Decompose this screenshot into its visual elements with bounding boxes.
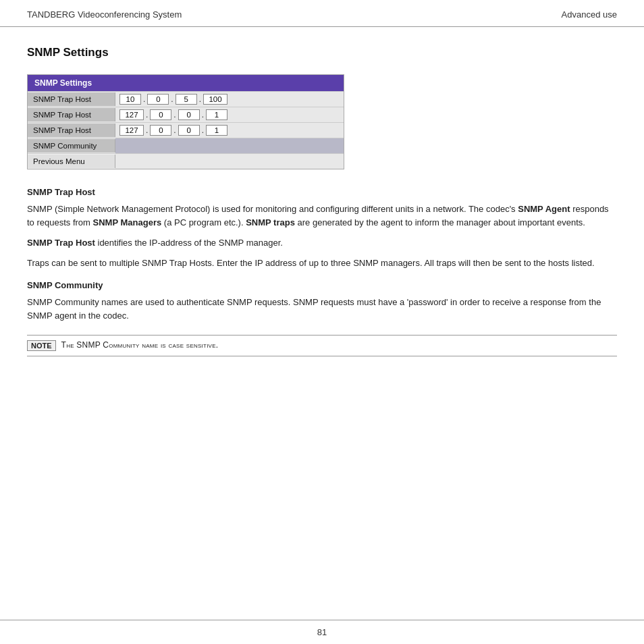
header-section: Advanced use (562, 9, 617, 20)
page-header: TANDBERG Videoconferencing System Advanc… (0, 0, 644, 27)
snmp-trap-host-para-1: SNMP (Simple Network Management Protocol… (27, 203, 617, 230)
snmp-trap-host-value-1: . . . (115, 92, 344, 107)
snmp-trap-host-row-1[interactable]: SNMP Trap Host . . . (28, 91, 344, 107)
ip-dot-2-3: . (201, 110, 205, 119)
ip-field-3-1[interactable] (119, 125, 144, 136)
snmp-trap-host-label-2: SNMP Trap Host (28, 108, 115, 122)
snmp-trap-host-value-3: . . . (115, 123, 344, 138)
page-heading: SNMP Settings (27, 46, 617, 59)
ip-dot-1-2: . (170, 95, 173, 104)
note-text: The SNMP Community name is case sensitiv… (61, 340, 219, 350)
ip-field-2-1[interactable] (119, 109, 144, 120)
bold-snmp-traps: SNMP traps (246, 217, 295, 227)
snmp-ui-header: SNMP Settings (28, 75, 344, 91)
snmp-settings-ui-box: SNMP Settings SNMP Trap Host . . . SNMP … (27, 74, 344, 169)
snmp-community-heading: SNMP Community (27, 280, 617, 290)
bold-snmp-managers: SNMP Managers (93, 217, 162, 227)
bold-snmp-trap-host: SNMP Trap Host (27, 238, 95, 248)
ip-field-1-2[interactable] (147, 94, 169, 105)
previous-menu-label[interactable]: Previous Menu (28, 155, 115, 168)
ip-field-3-4[interactable] (206, 125, 227, 136)
header-title: TANDBERG Videoconferencing System (27, 9, 182, 20)
snmp-trap-host-row-3[interactable]: SNMP Trap Host . . . (28, 122, 344, 138)
snmp-community-value (115, 138, 344, 153)
ip-field-2-2[interactable] (150, 109, 171, 120)
snmp-trap-host-para-2: SNMP Trap Host identifies the IP-address… (27, 236, 617, 250)
page-footer: 81 (0, 620, 644, 644)
ip-dot-1-3: . (198, 95, 202, 104)
snmp-trap-host-para-3: Traps can be sent to multiple SNMP Trap … (27, 257, 617, 270)
snmp-community-section: SNMP Community SNMP Community names are … (27, 280, 617, 323)
snmp-community-para-1: SNMP Community names are used to authent… (27, 296, 617, 323)
snmp-trap-host-label-1: SNMP Trap Host (28, 92, 115, 106)
snmp-trap-host-value-2: . . . (115, 107, 344, 122)
ip-dot-2-2: . (173, 110, 176, 119)
snmp-trap-host-label-3: SNMP Trap Host (28, 124, 115, 137)
note-box: NOTE The SNMP Community name is case sen… (27, 335, 617, 356)
bold-snmp-agent: SNMP Agent (518, 204, 570, 214)
ip-field-1-4[interactable] (203, 94, 227, 105)
ip-dot-3-2: . (173, 126, 176, 135)
snmp-trap-host-row-2[interactable]: SNMP Trap Host . . . (28, 107, 344, 122)
snmp-trap-host-section: SNMP Trap Host SNMP (Simple Network Mana… (27, 187, 617, 271)
snmp-community-label: SNMP Community (28, 139, 115, 153)
ip-dot-3-3: . (201, 126, 205, 135)
ip-field-3-2[interactable] (150, 125, 171, 136)
ip-field-1-1[interactable] (119, 94, 141, 105)
snmp-community-row[interactable]: SNMP Community (28, 138, 344, 153)
snmp-trap-host-heading: SNMP Trap Host (27, 187, 617, 197)
ip-dot-2-1: . (145, 110, 149, 119)
ip-field-2-3[interactable] (178, 109, 200, 120)
ip-field-2-4[interactable] (206, 109, 227, 120)
ip-field-3-3[interactable] (178, 125, 200, 136)
ip-dot-1-1: . (142, 95, 146, 104)
main-content: SNMP Settings SNMP Settings SNMP Trap Ho… (0, 27, 644, 620)
ip-dot-3-1: . (145, 126, 149, 135)
previous-menu-value (115, 154, 344, 169)
note-label: NOTE (27, 340, 56, 351)
ip-field-1-3[interactable] (176, 94, 197, 105)
previous-menu-row[interactable]: Previous Menu (28, 153, 344, 169)
page-number: 81 (317, 627, 327, 637)
